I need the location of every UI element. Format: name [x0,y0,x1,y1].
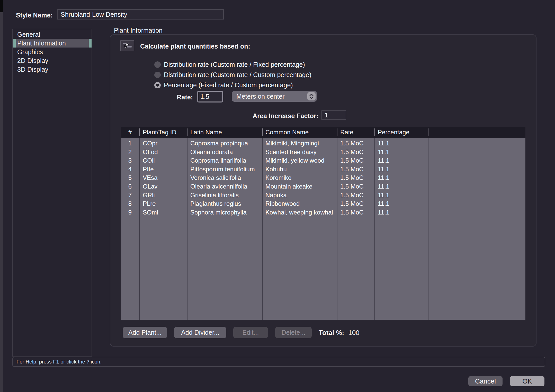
sidebar-item-3d-display[interactable]: 3D Display [13,65,92,74]
calculate-quantities-label: Calculate plant quantities based on: [140,43,250,50]
column-header-plant-tag-id[interactable]: Plant/Tag ID [143,127,176,138]
header-column-separator [139,128,140,136]
recalculate-button[interactable] [120,40,134,51]
cell-latin-name: Veronica salicifolia [190,173,241,182]
cell-percentage: 11.1 [378,139,389,148]
recalculate-icon [122,41,132,50]
cell-latin-name: Griselinia littoralis [190,191,239,200]
sidebar-item-graphics[interactable]: Graphics [13,48,92,56]
header-column-separator [187,128,187,136]
table-row[interactable]: 2OLodOlearia odorataScented tree daisy1.… [121,148,525,156]
column-header-common-name[interactable]: Common Name [265,127,309,138]
cell-percentage: 11.1 [378,173,389,182]
rate-value: 1.5 [200,93,209,100]
cell-percentage: 11.1 [378,156,389,165]
cell-common-name: Kohuhu [265,165,287,174]
style-name-input[interactable]: Shrubland-Low Density [57,9,224,20]
cell-percentage: 11.1 [378,165,389,174]
cell-percentage: 11.1 [378,208,389,217]
plant-table-header: #Plant/Tag IDLatin NameCommon NameRatePe… [121,127,525,138]
cancel-button-label: Cancel [475,377,496,385]
cell-latin-name: Pittosporum tenuifolium [190,165,255,174]
cell-plant-tag-id: COpr [143,139,157,148]
area-increase-factor-label: Area Increase Factor: [239,112,318,120]
cell-: 6 [121,182,139,191]
screen-edge-sliver-bottom [0,12,3,392]
cell-common-name: Koromiko [265,173,291,182]
area-increase-factor-input[interactable]: 1 [321,110,346,120]
total-percent: Total %: 100 [319,329,360,337]
cell-plant-tag-id: PIte [143,165,154,174]
settings-category-list: GeneralPlant InformationGraphics2D Displ… [12,29,92,357]
header-column-separator [337,128,337,136]
delete-button: Delete... [275,327,312,338]
cell-plant-tag-id: OLod [143,148,158,156]
rate-unit-dropdown[interactable]: Meters on center [232,91,317,102]
radio-percentage-fixed-rate-custom-percentage[interactable]: Percentage (Fixed rate / Custom percenta… [154,82,293,88]
cell-rate: 1.5 MoC [340,173,364,182]
cell-rate: 1.5 MoC [340,208,364,217]
cell-: 9 [121,208,139,217]
header-column-separator [374,128,375,136]
column-header-[interactable]: # [121,127,139,138]
cell-rate: 1.5 MoC [340,139,364,148]
cell-percentage: 11.1 [378,191,389,200]
table-row[interactable]: 6OLavOlearia avicenniifoliaMountain akea… [121,182,525,191]
cancel-button[interactable]: Cancel [468,376,503,386]
style-name-label: Style Name: [10,11,53,19]
style-name-value: Shrubland-Low Density [61,10,127,19]
ok-button[interactable]: OK [510,376,544,386]
cell-common-name: Napuka [265,191,287,200]
total-percent-value: 100 [348,329,359,337]
panel-title: Plant Information [114,27,163,34]
cell-rate: 1.5 MoC [340,182,364,191]
cell-plant-tag-id: OLav [143,182,157,191]
cell-latin-name: Sophora microphylla [190,208,247,217]
radio-label: Distribution rate (Custom rate / Custom … [164,71,311,79]
table-row[interactable]: 8PLrePlagianthus regiusRibbonwood1.5 MoC… [121,199,525,208]
cell-plant-tag-id: VEsa [143,173,157,182]
cell-latin-name: Coprosma propinqua [190,139,248,148]
cell-: 4 [121,165,139,174]
cell-common-name: Mountain akeake [265,182,312,191]
cell-: 8 [121,199,139,208]
cell-common-name: Kowhai, weeping kowhai [265,208,333,217]
cell-common-name: Mikimiki, Mingmingi [265,139,319,148]
column-header-percentage[interactable]: Percentage [378,127,409,138]
cell-latin-name: Olearia odorata [190,148,233,156]
cell-common-name: Mikimiki, yellow wood [265,156,324,165]
cell-latin-name: Coprosma linariifolia [190,156,246,165]
sidebar-item-plant-information[interactable]: Plant Information [13,39,92,48]
table-row[interactable]: 9SOmiSophora microphyllaKowhai, weeping … [121,208,525,217]
sidebar-item-2d-display[interactable]: 2D Display [13,56,92,65]
column-header-rate[interactable]: Rate [340,127,353,138]
cell-: 1 [121,139,139,148]
table-row[interactable]: 3COliCoprosma linariifoliaMikimiki, yell… [121,156,525,165]
cell-rate: 1.5 MoC [340,191,364,200]
sidebar-item-general[interactable]: General [13,30,92,39]
header-column-separator [262,128,263,136]
help-text: For Help, press F1 or click the ? icon. [16,359,102,365]
rate-input[interactable]: 1.5 [197,91,223,102]
radio-distribution-rate-custom-rate-fixed-percentage[interactable]: Distribution rate (Custom rate / Fixed p… [154,61,305,68]
cell-plant-tag-id: GRli [143,191,155,200]
add-divider-button[interactable]: Add Divider... [174,327,226,338]
cell-common-name: Scented tree daisy [265,148,317,156]
cell-: 3 [121,156,139,165]
table-row[interactable]: 5VEsaVeronica salicifoliaKoromiko1.5 MoC… [121,173,525,182]
cell-: 7 [121,191,139,200]
radio-selected-icon [154,82,161,88]
table-row[interactable]: 7GRliGriselinia littoralisNapuka1.5 MoC1… [121,191,525,200]
add-plant-button[interactable]: Add Plant... [123,327,167,338]
header-column-separator [428,128,428,136]
cell-latin-name: Plagianthus regius [190,199,241,208]
column-header-latin-name[interactable]: Latin Name [190,127,222,138]
cell-percentage: 11.1 [378,148,389,156]
cell-percentage: 11.1 [378,199,389,208]
radio-label: Distribution rate (Custom rate / Fixed p… [164,61,305,68]
table-row[interactable]: 1COprCoprosma propinquaMikimiki, Mingmin… [121,139,525,148]
radio-distribution-rate-custom-rate-custom-percentage[interactable]: Distribution rate (Custom rate / Custom … [154,71,311,78]
table-row[interactable]: 4PItePittosporum tenuifoliumKohuhu1.5 Mo… [121,165,525,174]
radio-label: Percentage (Fixed rate / Custom percenta… [164,81,293,89]
plant-table-body[interactable]: 1COprCoprosma propinquaMikimiki, Mingmin… [121,138,525,320]
